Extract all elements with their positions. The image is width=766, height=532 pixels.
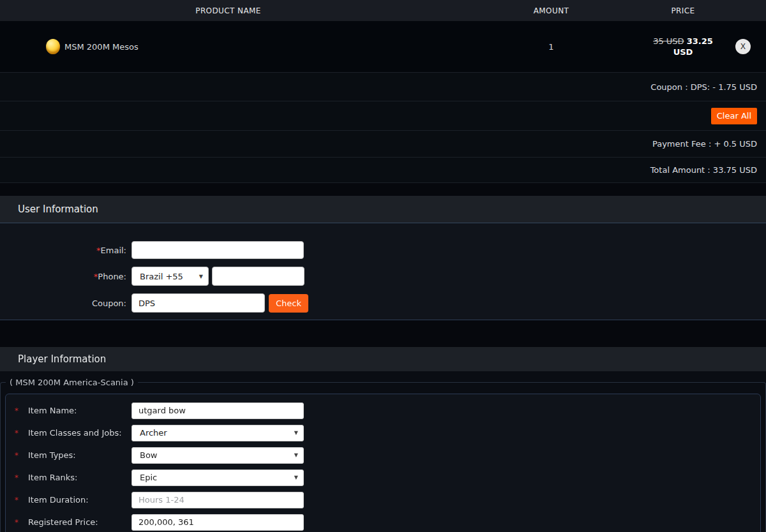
user-information-header: User Information bbox=[0, 196, 766, 223]
registered-price-label: Registered Price: bbox=[22, 517, 131, 527]
item-ranks-select[interactable]: Epic ▼ bbox=[131, 469, 304, 486]
gold-coin-icon bbox=[46, 39, 60, 54]
item-duration-label: Item Duration: bbox=[22, 495, 131, 505]
total-amount-text: Total Amount : 33.75 USD bbox=[650, 165, 757, 175]
registered-price-row: * Registered Price: bbox=[6, 511, 760, 532]
item-name-row: * Item Name: bbox=[6, 399, 760, 422]
order-summary: Coupon : DPS: - 1.75 USD Clear All Payme… bbox=[0, 72, 766, 183]
player-information-form: * Item Name: * Item Classes and Jobs: Ar… bbox=[5, 394, 761, 532]
product-name: MSM 200M Mesos bbox=[64, 42, 139, 52]
check-coupon-button[interactable]: Check bbox=[269, 294, 308, 313]
item-types-select[interactable]: Bow ▼ bbox=[131, 447, 304, 464]
required-asterisk: * bbox=[15, 429, 22, 438]
section-gap bbox=[0, 183, 766, 196]
coupon-field-row: Coupon: Check bbox=[0, 293, 766, 313]
clear-all-row: Clear All bbox=[0, 101, 766, 131]
product-cell: MSM 200M Mesos bbox=[0, 39, 456, 54]
item-types-value: Bow bbox=[140, 450, 158, 460]
server-legend: ( MSM 200M America-Scania ) bbox=[6, 378, 138, 387]
item-classes-value: Archer bbox=[140, 428, 167, 438]
item-amount: 1 bbox=[456, 42, 646, 52]
required-asterisk: * bbox=[15, 473, 22, 482]
chevron-down-icon: ▼ bbox=[294, 452, 298, 458]
cart-table: PRODUCT NAME AMOUNT PRICE MSM 200M Mesos… bbox=[0, 0, 766, 183]
item-ranks-value: Epic bbox=[140, 473, 157, 482]
chevron-down-icon: ▼ bbox=[294, 475, 298, 480]
item-duration-input[interactable] bbox=[131, 492, 304, 508]
amount-header: AMOUNT bbox=[456, 6, 646, 15]
coupon-label: Coupon: bbox=[0, 299, 126, 308]
item-types-row: * Item Types: Bow ▼ bbox=[6, 444, 760, 466]
item-classes-row: * Item Classes and Jobs: Archer ▼ bbox=[6, 422, 760, 444]
player-information-header: Player Information bbox=[0, 347, 766, 371]
item-ranks-label: Item Ranks: bbox=[22, 473, 131, 482]
product-name-header: PRODUCT NAME bbox=[0, 6, 456, 15]
remove-cell: X bbox=[720, 39, 766, 54]
item-classes-select[interactable]: Archer ▼ bbox=[131, 425, 304, 441]
required-asterisk: * bbox=[15, 518, 22, 527]
item-classes-label: Item Classes and Jobs: bbox=[22, 428, 131, 438]
coupon-discount-text: Coupon : DPS: - 1.75 USD bbox=[650, 82, 757, 92]
old-price: 35 USD bbox=[653, 36, 684, 46]
total-amount-row: Total Amount : 33.75 USD bbox=[0, 158, 766, 183]
email-input[interactable] bbox=[131, 241, 304, 259]
item-price: 35 USD 33.25 USD bbox=[646, 36, 720, 57]
required-asterisk: * bbox=[15, 406, 22, 415]
chevron-down-icon: ▼ bbox=[199, 274, 203, 279]
email-field-row: *Email: bbox=[0, 241, 766, 259]
remove-item-button[interactable]: X bbox=[735, 39, 751, 54]
phone-country-value: Brazil +55 bbox=[140, 272, 183, 281]
registered-price-input[interactable] bbox=[131, 514, 304, 531]
coupon-input[interactable] bbox=[131, 293, 265, 313]
phone-field-row: *Phone: Brazil +55 ▼ bbox=[0, 267, 766, 286]
phone-country-select[interactable]: Brazil +55 ▼ bbox=[131, 267, 209, 286]
price-header: PRICE bbox=[646, 6, 720, 15]
item-types-label: Item Types: bbox=[22, 450, 131, 460]
server-fieldset: ( MSM 200M America-Scania ) * Item Name:… bbox=[0, 378, 766, 532]
required-asterisk: * bbox=[15, 451, 22, 460]
email-label: *Email: bbox=[0, 246, 126, 255]
player-information-title: Player Information bbox=[18, 353, 106, 365]
cart-header-row: PRODUCT NAME AMOUNT PRICE bbox=[0, 0, 766, 21]
chevron-down-icon: ▼ bbox=[294, 430, 298, 436]
coupon-discount-row: Coupon : DPS: - 1.75 USD bbox=[0, 73, 766, 101]
cart-item-row: MSM 200M Mesos 1 35 USD 33.25 USD X bbox=[0, 21, 766, 72]
section-gap bbox=[0, 320, 766, 347]
required-asterisk: * bbox=[15, 496, 22, 505]
item-name-input[interactable] bbox=[131, 403, 304, 419]
item-name-label: Item Name: bbox=[22, 406, 131, 415]
user-information-form: *Email: *Phone: Brazil +55 ▼ Coupon: Che… bbox=[0, 223, 766, 320]
item-duration-row: * Item Duration: bbox=[6, 489, 760, 511]
payment-fee-text: Payment Fee : + 0.5 USD bbox=[652, 139, 757, 149]
phone-number-input[interactable] bbox=[212, 267, 304, 286]
phone-label: *Phone: bbox=[0, 272, 126, 281]
clear-all-button[interactable]: Clear All bbox=[711, 108, 757, 124]
user-information-title: User Information bbox=[18, 203, 98, 215]
item-ranks-row: * Item Ranks: Epic ▼ bbox=[6, 466, 760, 489]
payment-fee-row: Payment Fee : + 0.5 USD bbox=[0, 131, 766, 158]
